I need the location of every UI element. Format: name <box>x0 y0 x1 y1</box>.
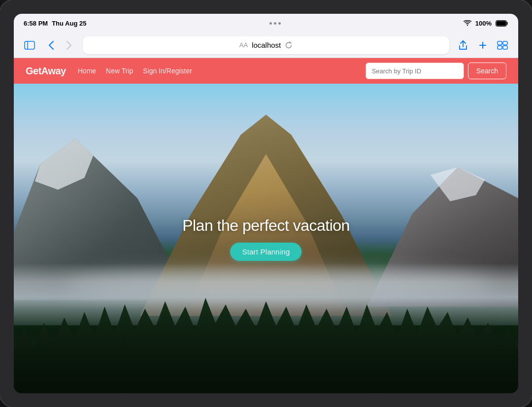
nav-link-home[interactable]: Home <box>78 67 96 75</box>
battery-icon <box>496 20 508 27</box>
reload-button[interactable] <box>285 41 293 50</box>
status-time: 6:58 PM <box>24 20 48 27</box>
status-right: 100% <box>464 20 508 27</box>
dot-1 <box>269 22 272 25</box>
web-content: GetAway Home New Trip Sign In/Register S… <box>14 58 518 393</box>
hero-content: Plan the perfect vacation Start Planning <box>182 217 350 261</box>
trip-id-search-input[interactable] <box>366 63 464 79</box>
browser-forward-button[interactable] <box>61 37 77 53</box>
status-left: 6:58 PM Thu Aug 25 <box>24 20 86 27</box>
svg-rect-5 <box>498 41 502 45</box>
tabs-button[interactable] <box>495 37 510 53</box>
dot-2 <box>274 22 276 25</box>
browser-chrome: AA localhost <box>14 32 518 58</box>
status-center <box>269 22 281 25</box>
share-button[interactable] <box>455 37 471 53</box>
ipad-screen: 6:58 PM Thu Aug 25 100% <box>14 14 518 393</box>
sidebar-toggle-button[interactable] <box>22 37 37 53</box>
nav-search-area: Search <box>366 63 506 79</box>
status-date: Thu Aug 25 <box>52 20 86 27</box>
app-navbar: GetAway Home New Trip Sign In/Register S… <box>14 58 518 84</box>
address-url-text: localhost <box>252 41 281 49</box>
nav-link-new-trip[interactable]: New Trip <box>106 67 133 75</box>
browser-action-buttons <box>455 37 510 53</box>
svg-rect-3 <box>25 41 34 49</box>
wifi-icon <box>464 20 471 26</box>
browser-back-button[interactable] <box>43 37 59 53</box>
dot-3 <box>278 22 281 25</box>
battery-percentage: 100% <box>475 20 492 27</box>
svg-rect-8 <box>503 46 507 49</box>
nav-links: Home New Trip Sign In/Register <box>78 67 366 75</box>
status-bar: 6:58 PM Thu Aug 25 100% <box>14 14 518 32</box>
app-brand: GetAway <box>26 65 66 77</box>
svg-rect-7 <box>498 46 502 49</box>
svg-point-0 <box>467 25 468 26</box>
address-bar[interactable]: AA localhost <box>83 36 449 54</box>
browser-nav-buttons <box>43 37 77 53</box>
svg-rect-6 <box>503 41 507 45</box>
new-tab-button[interactable] <box>475 37 491 53</box>
hero-section: Plan the perfect vacation Start Planning <box>14 84 518 393</box>
address-aa-label: AA <box>239 41 248 49</box>
svg-rect-2 <box>497 21 506 26</box>
hero-title: Plan the perfect vacation <box>182 217 350 235</box>
nav-link-signin[interactable]: Sign In/Register <box>143 67 192 75</box>
ipad-frame: 6:58 PM Thu Aug 25 100% <box>0 0 532 407</box>
search-button[interactable]: Search <box>468 63 506 79</box>
start-planning-button[interactable]: Start Planning <box>230 243 301 261</box>
